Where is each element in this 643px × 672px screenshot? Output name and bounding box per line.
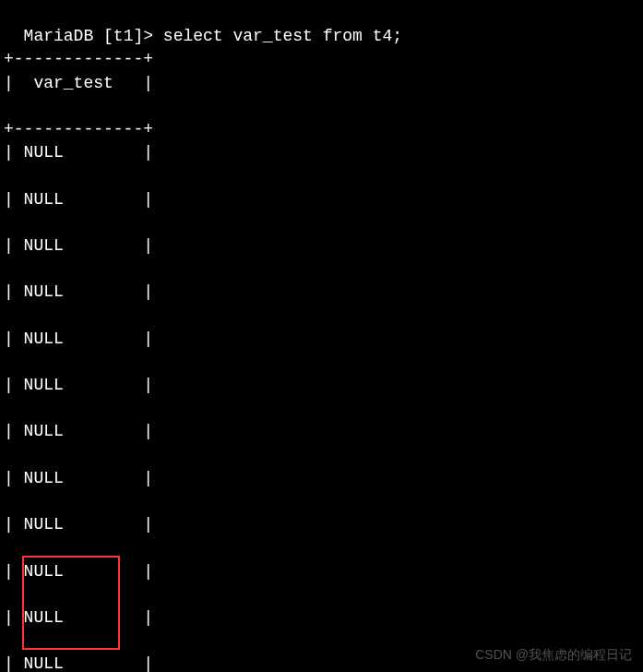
table-row: | NULL | <box>4 188 639 211</box>
prompt-line: MariaDB [t1]> select var_test from t4; <box>24 27 402 45</box>
watermark-text: CSDN @我焦虑的编程日记 <box>475 646 632 665</box>
table-row: | NULL | <box>4 141 639 164</box>
table-row: | NULL | <box>4 420 639 443</box>
sql-command: select var_test from t4; <box>163 27 402 45</box>
table-separator-top: +-------------+ <box>4 50 153 68</box>
table-row: | NULL | <box>4 328 639 351</box>
table-row: | NULL | <box>4 281 639 304</box>
table-header: | var_test | <box>4 72 639 95</box>
table-row: | NULL | <box>4 374 639 397</box>
terminal-output: MariaDB [t1]> select var_test from t4; +… <box>4 2 639 672</box>
table-row: | NULL | <box>4 513 639 536</box>
prompt-prefix: MariaDB [t1]> <box>24 27 163 45</box>
table-separator-mid: +-------------+ <box>4 120 153 138</box>
table-row: | NULL | <box>4 467 639 490</box>
table-row: | NULL | <box>4 606 639 630</box>
table-row: | NULL | <box>4 560 639 583</box>
table-row: | NULL | <box>4 234 639 258</box>
